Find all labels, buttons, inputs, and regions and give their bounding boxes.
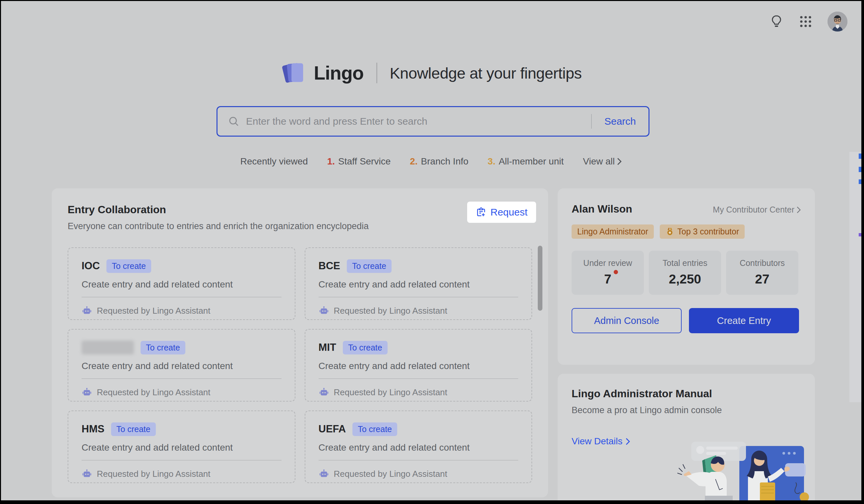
stat-label: Total entries	[649, 258, 721, 268]
hotword-branch-info[interactable]: 2. Branch Info	[410, 156, 468, 167]
entry-card-ioc[interactable]: IOC To create Create entry and add relat…	[68, 247, 296, 320]
entry-divider	[319, 460, 518, 460]
stat-value: 2,250	[669, 272, 701, 287]
chevron-right-icon	[617, 157, 622, 166]
edge-artifact-bit	[859, 154, 861, 159]
collab-subtitle: Everyone can contribute to entries and e…	[68, 221, 532, 231]
stat-label: Under review	[572, 258, 644, 268]
entry-title-redacted	[82, 340, 134, 355]
edge-artifact-bit	[859, 179, 861, 184]
brand-name: Lingo	[314, 62, 363, 84]
entry-title: IOC	[82, 260, 100, 272]
edge-artifact-bit	[859, 233, 861, 237]
stat-label: Contributors	[726, 258, 799, 268]
lingo-administrator-badge: Lingo Administrator	[572, 225, 654, 239]
entry-title: HMS	[82, 423, 105, 435]
stat-value: 27	[755, 272, 769, 287]
robot-icon	[82, 387, 92, 398]
entry-description: Create entry and add related content	[82, 279, 281, 290]
manual-subtitle: Become a pro at Lingo admin console	[572, 405, 801, 416]
top-contributor-badge: Top 3 contributor	[660, 225, 745, 239]
stat-contributors[interactable]: Contributors 27	[726, 251, 799, 295]
lingo-logo-icon	[280, 60, 307, 86]
hotword-label: All-member unit	[499, 156, 564, 167]
manual-title: Lingo Administrator Manual	[572, 388, 801, 400]
view-all-link[interactable]: View all	[583, 156, 622, 167]
to-create-badge: To create	[111, 422, 156, 436]
entry-divider	[82, 297, 281, 297]
contributor-profile-panel: Alan Wilson My Contributor Center Lingo …	[557, 188, 815, 365]
entry-footer-label: Requested by Lingo Assistant	[334, 387, 447, 398]
hotword-all-member-unit[interactable]: 3. All-member unit	[488, 156, 564, 167]
create-entry-button[interactable]: Create Entry	[689, 308, 799, 333]
entry-title: UEFA	[319, 423, 346, 435]
page-background: Lingo Knowledge at your fingertips Searc…	[1, 1, 861, 500]
apps-grid-icon[interactable]	[799, 14, 813, 29]
robot-icon	[82, 469, 92, 479]
contributor-center-label: My Contributor Center	[713, 205, 794, 215]
brand-divider	[376, 63, 377, 83]
scrollbar-thumb[interactable]	[538, 246, 542, 311]
entry-divider	[82, 460, 281, 460]
entry-card-hms[interactable]: HMS To create Create entry and add relat…	[68, 410, 296, 483]
hotword-label: Staff Service	[338, 156, 391, 167]
search-input[interactable]	[239, 116, 591, 127]
admin-console-button[interactable]: Admin Console	[572, 308, 682, 333]
edge-artifact-bit	[859, 167, 861, 172]
entry-divider	[319, 378, 518, 379]
entry-divider	[82, 378, 281, 379]
idea-lightbulb-icon[interactable]	[769, 14, 784, 29]
user-name: Alan Wilson	[572, 203, 632, 215]
hotwords-row: Recently viewed 1. Staff Service 2. Bran…	[1, 156, 861, 167]
robot-icon	[82, 305, 92, 316]
entry-footer-label: Requested by Lingo Assistant	[334, 306, 447, 316]
chevron-right-icon	[796, 206, 801, 214]
view-all-label: View all	[583, 156, 615, 167]
recently-viewed-link[interactable]: Recently viewed	[240, 156, 308, 167]
admin-badge-label: Lingo Administrator	[577, 227, 648, 237]
entry-card-mit[interactable]: MIT To create Create entry and add relat…	[305, 329, 532, 401]
collab-title: Entry Collaboration	[68, 204, 532, 216]
manual-illustration	[673, 440, 812, 500]
entry-description: Create entry and add related content	[82, 442, 281, 453]
to-create-badge: To create	[106, 259, 151, 273]
entry-footer-label: Requested by Lingo Assistant	[97, 469, 211, 479]
brand-header: Lingo Knowledge at your fingertips	[1, 60, 861, 86]
entry-card-uefa[interactable]: UEFA To create Create entry and add rela…	[305, 410, 532, 483]
alert-dot	[614, 270, 618, 274]
view-details-label: View Details	[572, 436, 623, 447]
user-avatar[interactable]	[828, 12, 848, 32]
entry-description: Create entry and add related content	[319, 361, 518, 371]
entry-collaboration-panel: Entry Collaboration Everyone can contrib…	[52, 188, 548, 497]
request-clipboard-plus-icon	[476, 207, 487, 217]
admin-manual-panel: Lingo Administrator Manual Become a pro …	[557, 374, 815, 500]
hotword-staff-service[interactable]: 1. Staff Service	[327, 156, 391, 167]
to-create-badge: To create	[141, 341, 185, 355]
to-create-badge: To create	[347, 259, 392, 273]
hotword-rank: 1.	[327, 156, 335, 167]
stat-value: 7	[604, 272, 611, 287]
robot-icon	[319, 305, 329, 316]
entry-footer-label: Requested by Lingo Assistant	[334, 469, 447, 479]
entry-card-bce[interactable]: BCE To create Create entry and add relat…	[305, 247, 532, 320]
request-button[interactable]: Request	[467, 202, 536, 223]
hotword-rank: 2.	[410, 156, 417, 167]
entry-card-redacted[interactable]: To create Create entry and add related c…	[68, 329, 296, 401]
stat-total-entries[interactable]: Total entries 2,250	[649, 251, 721, 295]
robot-icon	[319, 387, 329, 398]
to-create-badge: To create	[343, 341, 387, 355]
to-create-badge: To create	[352, 422, 397, 436]
entry-title: MIT	[319, 341, 336, 353]
stat-under-review[interactable]: Under review 7	[572, 251, 644, 295]
my-contributor-center-link[interactable]: My Contributor Center	[713, 205, 801, 215]
search-icon	[228, 116, 239, 127]
entry-description: Create entry and add related content	[82, 361, 281, 371]
entry-divider	[319, 297, 518, 297]
entry-footer-label: Requested by Lingo Assistant	[97, 306, 211, 316]
entry-grid: IOC To create Create entry and add relat…	[68, 247, 532, 483]
entry-footer-label: Requested by Lingo Assistant	[97, 387, 211, 398]
search-button[interactable]: Search	[592, 116, 648, 127]
medal-icon	[665, 227, 674, 236]
edge-window-artifact	[849, 152, 861, 402]
brand-tagline: Knowledge at your fingertips	[390, 64, 582, 82]
